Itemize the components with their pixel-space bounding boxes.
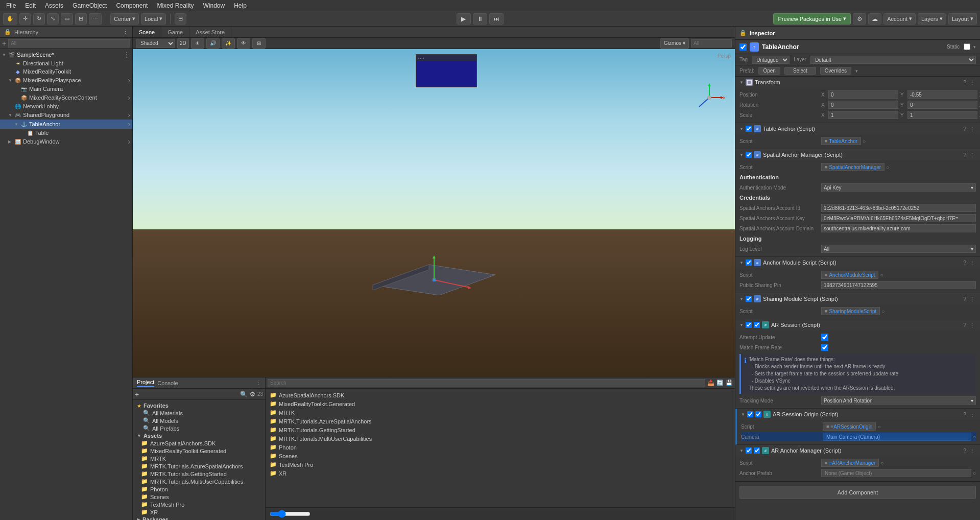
size-slider[interactable] xyxy=(270,510,310,518)
layer-dropdown[interactable]: Default xyxy=(810,56,976,64)
vfx-toggle[interactable]: ✨ xyxy=(222,38,235,49)
scenes-item[interactable]: 📁Scenes xyxy=(135,493,263,501)
asset-mrtk-getting[interactable]: 📁MRTK.Tutorials.GettingStarted xyxy=(268,426,733,434)
save-icon[interactable]: 💾 xyxy=(726,380,733,386)
project-tab[interactable]: Project xyxy=(137,379,154,387)
static-checkbox[interactable] xyxy=(964,43,970,50)
settings-icon[interactable]: ⋮ xyxy=(969,448,976,454)
settings-icon[interactable]: ⋮ xyxy=(969,296,976,302)
asset-azure[interactable]: 📁AzureSpatialAnchors.SDK xyxy=(268,391,733,399)
light-toggle[interactable]: ☀ xyxy=(191,38,204,49)
textmesh-item[interactable]: 📁TextMesh Pro xyxy=(135,501,263,508)
search-icon[interactable]: 🔍 xyxy=(240,391,248,398)
tree-item-tableanchor[interactable]: ▼ ⚓ TableAnchor › xyxy=(0,120,132,129)
settings-icon[interactable]: ⋮ xyxy=(969,412,976,417)
scene-view[interactable]: Persp Y X xyxy=(133,49,735,377)
component-enabled[interactable] xyxy=(746,259,752,266)
shading-dropdown[interactable]: Shaded Wireframe xyxy=(136,39,175,48)
tree-item-scenecontent[interactable]: 📦 MixedRealitySceneContent › xyxy=(0,93,132,102)
assets-search[interactable] xyxy=(268,379,705,387)
tree-item-networklobby[interactable]: 🌐 NetworkLobby xyxy=(0,102,132,110)
asset-textmesh[interactable]: 📁TextMesh Pro xyxy=(268,460,733,469)
overrides-dropdown[interactable]: Overrides xyxy=(820,67,851,75)
anchor-module-header[interactable]: ▼ # Anchor Module Script (Script) ? ⋮ xyxy=(735,257,980,268)
azure-item[interactable]: 📁AzureSpatialAnchors.SDK xyxy=(135,439,263,447)
settings-icon[interactable]: ⋮ xyxy=(969,260,976,266)
asset-xr[interactable]: 📁XR xyxy=(268,469,733,478)
component-enabled[interactable] xyxy=(746,152,752,158)
xr-item[interactable]: 📁XR xyxy=(135,508,263,516)
account-dropdown[interactable]: Account ▾ xyxy=(883,13,916,25)
asset-scenes[interactable]: 📁Scenes xyxy=(268,452,733,460)
asset-mrtk-gen[interactable]: 📁MixedRealityToolkit.Generated xyxy=(268,399,733,408)
object-name[interactable]: TableAnchor xyxy=(762,43,944,51)
position-y[interactable] xyxy=(907,90,977,99)
tree-item-debugwindow[interactable]: ▶ 🪟 DebugWindow › xyxy=(0,137,132,146)
camera-ref[interactable]: Main Camera (Camera) xyxy=(823,433,971,441)
component-enabled[interactable] xyxy=(746,447,752,454)
expand-more-icon[interactable]: › xyxy=(128,93,130,102)
rect-tool[interactable]: ▭ xyxy=(61,13,73,25)
tab-game[interactable]: Game xyxy=(161,27,189,37)
account-key-input[interactable] xyxy=(821,214,976,222)
position-x[interactable] xyxy=(828,90,898,99)
2d-toggle[interactable]: 2D xyxy=(177,38,189,49)
favorites-group[interactable]: ★ Favorites xyxy=(135,402,263,409)
settings-icon[interactable]: ⋮ xyxy=(969,322,976,328)
info-icon[interactable]: ? xyxy=(962,126,967,132)
anchor-prefab-none[interactable]: None (Game Object) xyxy=(821,469,971,477)
expand-more-icon[interactable]: › xyxy=(128,76,130,84)
asset-mrtk-azure[interactable]: 📁MRTK.Tutorials.AzureSpatialAnchors xyxy=(268,417,733,426)
expand-more-icon[interactable]: › xyxy=(128,111,130,119)
local-toggle[interactable]: Local ▾ xyxy=(141,13,166,25)
info-icon[interactable]: ? xyxy=(962,448,967,454)
tree-item-directionallight[interactable]: ☀ Directional Light xyxy=(0,59,132,67)
component-active[interactable] xyxy=(755,411,761,417)
add-icon[interactable]: + xyxy=(2,39,6,48)
layout-dropdown[interactable]: Layout ▾ xyxy=(948,13,977,25)
auth-mode-dropdown[interactable]: Api Key ▾ xyxy=(821,183,976,192)
center-toggle[interactable]: Center ▾ xyxy=(110,13,139,25)
move-tool[interactable]: ✛ xyxy=(19,13,31,25)
expand-more-icon[interactable]: › xyxy=(128,120,130,128)
script-ref[interactable]: ■ SpatialAnchorManager xyxy=(821,163,885,171)
component-active[interactable] xyxy=(754,447,760,454)
console-tab[interactable]: Console xyxy=(157,380,178,386)
account-id-input[interactable] xyxy=(821,204,976,212)
photon-item[interactable]: 📁Photon xyxy=(135,485,263,493)
mrtk-multi-item[interactable]: 📁MRTK.Tutorials.MultiUserCapabilities xyxy=(135,478,263,485)
sharing-pin-input[interactable] xyxy=(821,281,976,289)
preview-packages-button[interactable]: Preview Packages in Use ▾ xyxy=(773,13,851,25)
all-materials[interactable]: 🔍 All Materials xyxy=(135,409,263,417)
asset-mrtk-multi[interactable]: 📁MRTK.Tutorials.MultiUserCapabilities xyxy=(268,434,733,443)
ar-session-origin-header[interactable]: ▼ # AR Session Origin (Script) ? ⋮ xyxy=(737,409,980,420)
settings-icon[interactable]: ⚙ xyxy=(250,391,255,398)
info-icon[interactable]: ? xyxy=(962,260,967,266)
info-icon[interactable]: ? xyxy=(962,152,967,158)
tracking-mode-dropdown[interactable]: Position And Rotation ▾ xyxy=(821,396,976,405)
tab-scene[interactable]: Scene xyxy=(133,27,161,37)
account-domain-input[interactable] xyxy=(821,224,976,232)
rotate-tool[interactable]: ↻ xyxy=(33,13,45,25)
assets-group[interactable]: ▼ Assets xyxy=(135,432,263,439)
mrtk-item[interactable]: 📁MRTK xyxy=(135,455,263,462)
settings-icon[interactable]: ⋮ xyxy=(969,152,976,158)
log-level-dropdown[interactable]: All ▾ xyxy=(821,245,976,253)
grid-toggle[interactable]: ⊞ xyxy=(252,38,266,49)
spatial-anchor-manager-header[interactable]: ▼ # Spatial Anchor Manager (Script) ? ⋮ xyxy=(735,149,980,160)
info-icon[interactable]: ? xyxy=(962,412,967,417)
menu-assets[interactable]: Assets xyxy=(41,1,67,10)
hidden-toggle[interactable]: 👁 xyxy=(237,38,250,49)
scale-tool[interactable]: ⤡ xyxy=(47,13,59,25)
menu-component[interactable]: Component xyxy=(112,1,152,10)
info-icon[interactable]: ? xyxy=(962,296,967,302)
match-frame-rate-checkbox[interactable] xyxy=(821,344,828,351)
component-active[interactable] xyxy=(754,322,760,328)
menu-mixed-reality[interactable]: Mixed Reality xyxy=(153,1,198,10)
mrtk-gen-item[interactable]: 📁MixedRealityToolkit.Generated xyxy=(135,447,263,455)
component-enabled[interactable] xyxy=(746,126,752,132)
tree-item-table[interactable]: 📋 Table xyxy=(0,129,132,137)
custom-tool[interactable]: ⋯ xyxy=(89,13,102,25)
pause-button[interactable]: ⏸ xyxy=(473,13,487,25)
attempt-update-checkbox[interactable] xyxy=(821,334,828,341)
